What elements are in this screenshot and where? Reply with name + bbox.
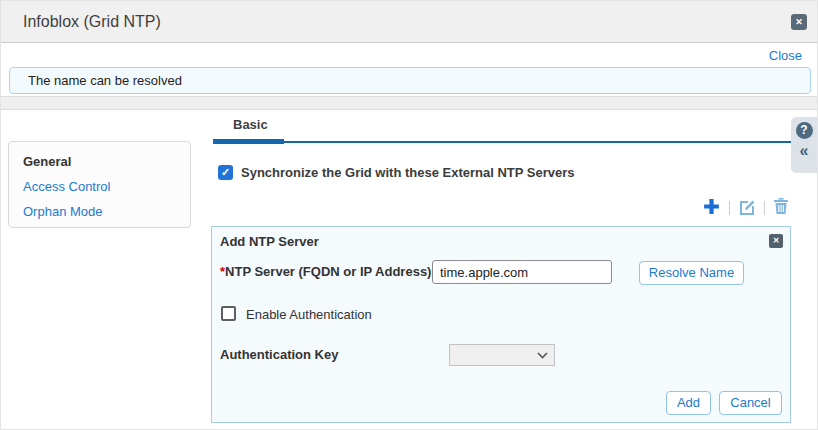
authentication-key-select[interactable] [449,344,555,366]
enable-authentication-checkbox[interactable] [221,306,236,321]
edit-icon[interactable] [738,197,756,219]
sidebar-item-access-control[interactable]: Access Control [9,174,190,199]
authentication-key-label: Authentication Key [220,347,338,362]
tab-underline [213,141,791,143]
help-rail: ? « [791,117,817,173]
add-ntp-server-panel: Add NTP Server ✕ *NTP Server (FQDN or IP… [211,226,791,423]
tab-active-indicator [213,139,284,144]
ntp-server-toolbar [702,197,789,219]
sidebar-item-general[interactable]: General [9,149,190,174]
ntp-server-label: *NTP Server (FQDN or IP Address) [220,264,431,279]
dialog-title: Infoblox (Grid NTP) [23,1,161,43]
chevron-down-icon [537,352,548,359]
toolbar-separator [729,201,730,215]
divider-band [1,96,818,110]
sync-grid-label: Synchronize the Grid with these External… [241,165,575,180]
grid-ntp-dialog: Infoblox (Grid NTP) ✕ Close The name can… [0,0,818,430]
close-link[interactable]: Close [769,48,802,63]
resolve-name-button[interactable]: Resolve Name [639,261,744,285]
ntp-server-input[interactable] [432,260,612,284]
sidebar-item-orphan-mode[interactable]: Orphan Mode [9,199,190,224]
add-button[interactable]: Add [666,391,711,415]
sync-grid-checkbox[interactable]: ✓ [218,165,233,180]
panel-title: Add NTP Server [220,234,319,249]
trash-icon[interactable] [773,197,789,219]
dialog-close-icon[interactable]: ✕ [791,14,807,30]
add-icon[interactable] [702,197,721,220]
sidebar-nav: General Access Control Orphan Mode [8,141,191,228]
enable-authentication-label: Enable Authentication [246,307,372,322]
help-icon[interactable]: ? [796,122,813,139]
tab-basic[interactable]: Basic [233,117,268,132]
collapse-panel-icon[interactable]: « [791,142,817,160]
status-message: The name can be resolved [9,67,811,94]
toolbar-separator [764,201,765,215]
cancel-button[interactable]: Cancel [719,391,782,415]
titlebar: Infoblox (Grid NTP) ✕ [1,1,818,43]
panel-close-icon[interactable]: ✕ [769,234,783,248]
